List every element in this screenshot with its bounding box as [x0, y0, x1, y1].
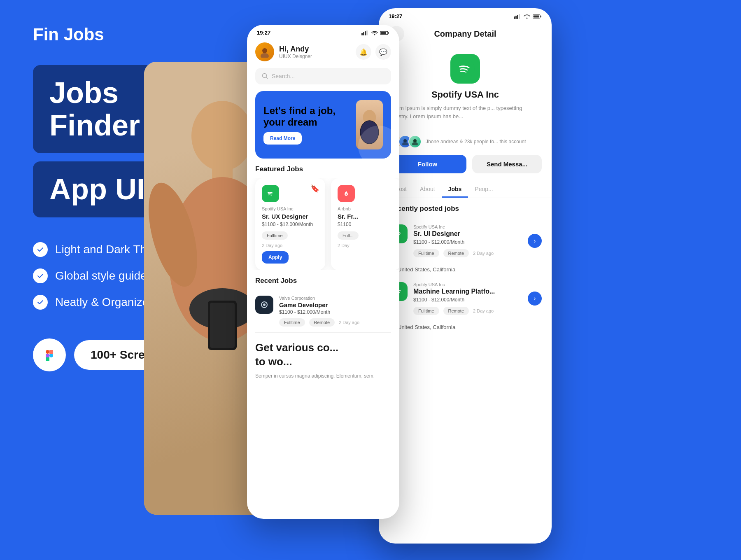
p2-job2-fulltime: Fulltime: [413, 307, 439, 315]
company-name: Spotify USA Inc: [431, 89, 499, 100]
svg-point-21: [262, 48, 267, 53]
tag-remote: Remote: [309, 318, 335, 327]
user-role: UIUX Deisgner: [279, 54, 312, 59]
svg-line-24: [266, 77, 268, 79]
p2-job-1-info: Spotify USA Inc Sr. UI Designer $1100 - …: [413, 224, 522, 257]
user-avatar: [255, 42, 274, 61]
recently-posted-title: Recently posted jobs: [379, 205, 552, 219]
job2-company: Airbnb: [338, 206, 394, 211]
phone2-header: ← Company Detail: [379, 23, 552, 50]
p2-job-item-2[interactable]: Spotify USA Inc Machine Learning Platfo.…: [379, 276, 552, 321]
job-card-2[interactable]: Airbnb Sr. Fr... $1100 Full... 2 Day: [331, 178, 399, 270]
recent-job-1-salary: $1100 - $12.000/Month: [279, 309, 391, 315]
p2-job1-fulltime: Fulltime: [413, 249, 439, 257]
svg-rect-13: [361, 33, 363, 35]
bottom-text: Get various co...to wo... Semper in curs…: [247, 333, 399, 384]
svg-point-23: [263, 74, 267, 78]
phone1-status-icons: [361, 30, 389, 35]
p2-job-2-company: Spotify USA Inc: [413, 282, 522, 287]
job1-salary: $1100 - $12.000/Month: [262, 222, 319, 227]
p2-job2-remote: Remote: [443, 307, 469, 315]
svg-rect-14: [363, 32, 364, 35]
tag-fulltime: Fulltime: [279, 318, 305, 327]
tab-people[interactable]: Peop...: [468, 182, 499, 198]
company-tabs: Post About Jobs Peop...: [379, 182, 552, 198]
svg-point-22: [261, 53, 269, 58]
svg-rect-36: [517, 15, 518, 19]
check-icon-1: [33, 242, 48, 257]
followers-text: Jhone andreas & 23k people fo... this ac…: [426, 138, 526, 145]
phone1-time: 19:27: [257, 30, 270, 36]
svg-point-17: [374, 34, 375, 35]
tag-time: 2 Day ago: [339, 320, 359, 325]
user-info: Hi, Andy UIUX Deisgner: [255, 42, 312, 61]
airbnb-logo: [338, 185, 355, 202]
p2-job-1-company: Spotify USA Inc: [413, 224, 522, 229]
p2-job-item-1[interactable]: Spotify USA Inc Sr. UI Designer $1100 - …: [379, 219, 552, 263]
job2-arrow-btn[interactable]: ›: [528, 292, 542, 306]
phone2-status-bar: 19:27: [379, 8, 552, 23]
tab-jobs[interactable]: Jobs: [442, 182, 468, 198]
phone-home-screen: 19:27 Hi, Andy UIUX Deisgner 🔔 💬 Search.…: [247, 25, 399, 519]
svg-rect-35: [515, 16, 517, 19]
p2-job2-time: 2 Day ago: [473, 308, 494, 313]
p2-job-2-location-text: United States, California: [398, 324, 455, 330]
p2-job-2-tags: Fulltime Remote 2 Day ago: [413, 307, 522, 315]
action-buttons: Follow Send Messa...: [379, 155, 552, 182]
check-icon-2: [33, 268, 48, 283]
banner-content: Let's find a job, your dream Read More: [263, 105, 356, 145]
job1-company: Spotify USA Inc: [262, 206, 319, 211]
follow-button[interactable]: Follow: [389, 155, 466, 173]
notification-btn[interactable]: 🔔: [356, 44, 371, 60]
job2-tag: Full...: [338, 231, 359, 240]
bottom-desc: Semper in cursus magna adipiscing. Eleme…: [255, 372, 391, 380]
send-message-button[interactable]: Send Messa...: [472, 155, 542, 173]
phone1-status-bar: 19:27: [247, 25, 399, 39]
tab-about[interactable]: About: [413, 182, 442, 198]
recent-jobs-title: Recent Jobs: [255, 277, 391, 290]
message-icon-btn[interactable]: 💬: [375, 44, 391, 60]
job-card-1[interactable]: 🔖 Spotify USA Inc Sr. UX Designer $1100 …: [255, 178, 325, 270]
search-icon: [262, 73, 268, 79]
banner-text: Let's find a job, your dream: [263, 105, 356, 128]
svg-point-38: [527, 17, 528, 19]
p2-job1-time: 2 Day ago: [473, 251, 494, 256]
figma-logo: [33, 338, 66, 371]
bottom-heading: Get various co...to wo...: [255, 341, 391, 369]
company-logo: [450, 54, 480, 84]
company-section: Spotify USA Inc Lorem Ipsum is simply du…: [379, 50, 552, 135]
svg-rect-19: [381, 32, 386, 34]
job1-arrow-btn[interactable]: ›: [528, 234, 542, 248]
recent-job-item-1[interactable]: Valve Corporation Game Developer $1100 -…: [255, 290, 391, 333]
spotify-logo-1: [262, 185, 279, 202]
user-greeting: Hi, Andy: [279, 45, 312, 54]
svg-rect-34: [514, 16, 515, 19]
p2-job-1-location: 📍 United States, California: [379, 263, 552, 276]
p2-job-1-salary: $1100 - $12.000/Month: [413, 239, 522, 245]
featured-jobs-list: 🔖 Spotify USA Inc Sr. UX Designer $1100 …: [247, 178, 399, 270]
svg-point-30: [346, 194, 347, 195]
job2-time: 2 Day: [338, 243, 394, 248]
p2-job-1-location-text: United States, California: [398, 266, 455, 273]
phone1-header: Hi, Andy UIUX Deisgner 🔔 💬: [247, 39, 399, 68]
company-desc: Lorem Ipsum is simply dummy text of the …: [389, 104, 542, 127]
search-bar[interactable]: Search...: [255, 68, 391, 84]
svg-rect-1: [46, 354, 49, 357]
job1-tag: Fulltime: [262, 231, 288, 240]
svg-point-45: [403, 139, 407, 142]
p2-job-2-salary: $1100 - $12.000/Month: [413, 297, 522, 303]
p2-job-1-title: Sr. UI Designer: [413, 230, 522, 238]
svg-point-5: [191, 101, 253, 171]
read-more-btn[interactable]: Read More: [263, 132, 302, 145]
recent-job-1-company: Valve Corporation: [279, 296, 391, 301]
recent-job-1-info: Valve Corporation Game Developer $1100 -…: [279, 296, 391, 327]
job1-title: Sr. UX Designer: [262, 213, 319, 220]
featured-jobs-title: Featured Jobs: [247, 165, 399, 178]
phone2-status-icons: [514, 14, 542, 19]
bookmark-icon-1[interactable]: 🔖: [310, 184, 319, 193]
recent-job-1-tags: Fulltime Remote 2 Day ago: [279, 318, 391, 327]
apply-btn-1[interactable]: Apply: [262, 251, 289, 264]
svg-rect-15: [365, 31, 366, 35]
steam-logo: [255, 296, 273, 314]
p2-job-2-title: Machine Learning Platfo...: [413, 288, 522, 295]
